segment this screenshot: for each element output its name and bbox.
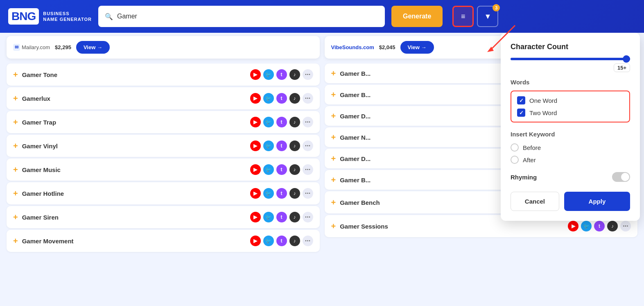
- youtube-icon[interactable]: ▶: [250, 141, 261, 151]
- tiktok-icon[interactable]: ♪: [289, 117, 300, 127]
- add-button[interactable]: +: [13, 165, 18, 174]
- filter-settings-button[interactable]: ≡: [452, 6, 474, 27]
- apply-button[interactable]: Apply: [564, 192, 630, 211]
- two-word-checkbox-row[interactable]: ✓ Two Word: [517, 109, 624, 117]
- vibesounds-view-button[interactable]: View →: [400, 41, 434, 54]
- twitch-icon[interactable]: t: [276, 69, 287, 80]
- filter-funnel-button[interactable]: ▼ 3: [477, 6, 498, 27]
- add-button[interactable]: +: [13, 189, 18, 197]
- add-button[interactable]: +: [331, 133, 336, 141]
- twitch-icon[interactable]: t: [276, 212, 287, 222]
- social-icons: ▶ 🐦 t ♪ ···: [568, 221, 631, 231]
- more-icon[interactable]: ···: [303, 236, 313, 246]
- rhyming-toggle[interactable]: [612, 172, 630, 182]
- add-button[interactable]: +: [331, 112, 336, 120]
- character-count-slider[interactable]: [511, 58, 630, 60]
- after-label: After: [523, 156, 536, 163]
- name-label: Gamer Vinyl: [22, 143, 246, 150]
- name-label: Gamer Sessions: [340, 223, 564, 230]
- add-button[interactable]: +: [331, 198, 336, 206]
- name-label: Gamer Music: [22, 166, 246, 173]
- twitter-icon[interactable]: 🐦: [581, 221, 592, 231]
- before-radio[interactable]: [511, 143, 519, 152]
- tiktok-icon[interactable]: ♪: [289, 141, 300, 151]
- twitter-icon[interactable]: 🐦: [263, 141, 274, 151]
- before-radio-row[interactable]: Before: [511, 143, 630, 152]
- cancel-button[interactable]: Cancel: [511, 192, 559, 211]
- add-button[interactable]: +: [13, 213, 18, 221]
- twitch-icon[interactable]: t: [276, 141, 287, 151]
- twitch-icon[interactable]: t: [594, 221, 605, 231]
- youtube-icon[interactable]: ▶: [568, 221, 578, 231]
- twitch-icon[interactable]: t: [276, 117, 287, 127]
- twitch-icon[interactable]: t: [276, 93, 287, 104]
- add-button[interactable]: +: [13, 142, 18, 150]
- youtube-icon[interactable]: ▶: [250, 93, 261, 104]
- more-icon[interactable]: ···: [303, 188, 313, 199]
- more-icon[interactable]: ···: [303, 117, 313, 127]
- tiktok-icon[interactable]: ♪: [289, 212, 300, 222]
- search-input[interactable]: [117, 13, 378, 20]
- slider-thumb[interactable]: [623, 55, 630, 63]
- more-icon[interactable]: ···: [303, 141, 313, 151]
- two-word-checkbox[interactable]: ✓: [517, 109, 525, 117]
- generate-button[interactable]: Generate: [391, 6, 443, 27]
- mailary-view-button[interactable]: View →: [76, 41, 110, 54]
- words-checkbox-group: ✓ One Word ✓ Two Word: [511, 91, 630, 122]
- domain-card-mailary: ✉ Mailary.com $2,295 View →: [7, 36, 320, 59]
- twitter-icon[interactable]: 🐦: [263, 164, 274, 175]
- rhyming-row: Rhyming: [511, 172, 630, 182]
- slider-value: 15+: [614, 63, 630, 72]
- tiktok-icon[interactable]: ♪: [289, 164, 300, 175]
- add-button[interactable]: +: [13, 237, 18, 245]
- more-icon[interactable]: ···: [303, 69, 313, 80]
- after-radio-row[interactable]: After: [511, 156, 630, 164]
- twitch-icon[interactable]: t: [276, 164, 287, 175]
- youtube-icon[interactable]: ▶: [250, 117, 261, 127]
- insert-keyword-label: Insert Keyword: [511, 131, 630, 138]
- vibesounds-logo: VibeSounds.com: [331, 44, 374, 50]
- youtube-icon[interactable]: ▶: [250, 69, 261, 80]
- add-button[interactable]: +: [331, 154, 336, 163]
- main-content: ✉ Mailary.com $2,295 View → VibeSounds.c…: [0, 33, 644, 306]
- tiktok-icon[interactable]: ♪: [289, 69, 300, 80]
- youtube-icon[interactable]: ▶: [250, 164, 261, 175]
- name-label: Gamer Hotline: [22, 190, 246, 197]
- tiktok-icon[interactable]: ♪: [289, 93, 300, 104]
- social-icons: ▶ 🐦 t ♪ ···: [250, 141, 313, 151]
- filter-badge: 3: [493, 4, 500, 11]
- more-icon[interactable]: ···: [620, 221, 631, 231]
- after-radio[interactable]: [511, 156, 519, 164]
- add-button[interactable]: +: [331, 91, 336, 99]
- tiktok-icon[interactable]: ♪: [289, 236, 300, 246]
- words-section-label: Words: [511, 79, 630, 86]
- header-icons: ≡ ▼ 3: [452, 6, 498, 27]
- one-word-checkbox[interactable]: ✓: [517, 96, 525, 104]
- tiktok-icon[interactable]: ♪: [607, 221, 618, 231]
- add-button[interactable]: +: [13, 118, 18, 126]
- more-icon[interactable]: ···: [303, 164, 313, 175]
- twitter-icon[interactable]: 🐦: [263, 236, 274, 246]
- one-word-checkbox-row[interactable]: ✓ One Word: [517, 96, 624, 104]
- youtube-icon[interactable]: ▶: [250, 188, 261, 199]
- add-button[interactable]: +: [331, 176, 336, 184]
- twitter-icon[interactable]: 🐦: [263, 117, 274, 127]
- twitch-icon[interactable]: t: [276, 188, 287, 199]
- twitter-icon[interactable]: 🐦: [263, 93, 274, 104]
- mailary-logo: ✉ Mailary.com: [13, 44, 50, 51]
- search-icon: 🔍: [105, 13, 113, 20]
- add-button[interactable]: +: [331, 222, 336, 230]
- twitter-icon[interactable]: 🐦: [263, 188, 274, 199]
- tiktok-icon[interactable]: ♪: [289, 188, 300, 199]
- add-button[interactable]: +: [13, 94, 18, 102]
- twitch-icon[interactable]: t: [276, 236, 287, 246]
- keyword-position-radio-group: Before After: [511, 143, 630, 164]
- add-button[interactable]: +: [13, 70, 18, 79]
- twitter-icon[interactable]: 🐦: [263, 212, 274, 222]
- more-icon[interactable]: ···: [303, 93, 313, 104]
- youtube-icon[interactable]: ▶: [250, 236, 261, 246]
- twitter-icon[interactable]: 🐦: [263, 69, 274, 80]
- more-icon[interactable]: ···: [303, 212, 313, 222]
- add-button[interactable]: +: [331, 69, 336, 77]
- youtube-icon[interactable]: ▶: [250, 212, 261, 222]
